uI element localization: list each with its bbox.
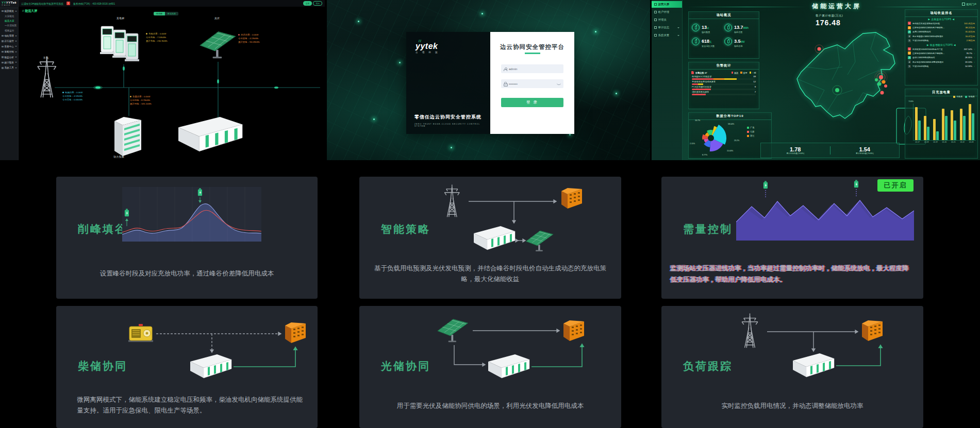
brand-name: yytek bbox=[416, 42, 439, 50]
login-button[interactable]: 登 录 bbox=[501, 98, 563, 107]
topbar-pill-fullscreen[interactable]: 全屏 bbox=[303, 1, 312, 6]
card-smart-strategy: 智能策略 基于负载用电预测及光伏发电预测，并结合峰谷时段电价自动生成动态的充放电… bbox=[359, 177, 621, 299]
sidebar-group[interactable]: 电站管理 bbox=[0, 33, 18, 38]
legend-item: 浙江 bbox=[747, 134, 754, 137]
alarm-row: 单体电池温度传感器异常12 bbox=[689, 80, 759, 85]
sidebar-group[interactable]: 运行监控 bbox=[0, 39, 18, 43]
dashboard-sidebar-item[interactable]: 租户管理 bbox=[652, 9, 682, 15]
ranking-row: 2江苏绿谷6MW/12MWh用户侧储能…78.7%↑ bbox=[905, 51, 977, 55]
ranking-row: 1余杭经济开发区储能电站(光储)101.45万元 bbox=[905, 21, 977, 25]
password-visibility-icon[interactable] bbox=[557, 83, 561, 85]
rose-label: 2.15% bbox=[690, 143, 695, 145]
rose-label: 23.2% bbox=[734, 140, 739, 142]
ranking-rows-growth: 1杭州临安100kW/200kWh电子厂区207.14%↑2江苏绿谷6MW/12… bbox=[905, 47, 977, 69]
username-value: admin bbox=[509, 67, 517, 71]
sidebar-group[interactable]: 告警中心 bbox=[0, 44, 18, 49]
legend-item: 广东 bbox=[747, 126, 754, 129]
topbar-pill-exit[interactable]: 退出 bbox=[313, 1, 322, 6]
ranking-rows-revenue: 1余杭经济开发区储能电站(光储)101.45万元2江苏绿谷6MW/12MWh用户… bbox=[905, 21, 977, 43]
ranking-section-1-title: ▶ 总收益排行TOP5 ◀ bbox=[905, 18, 977, 21]
login-tagline: 零信任边云协同安全管控系统 bbox=[414, 114, 481, 121]
sidebar-children: 大屏概览能流大屏一次接线图视频监控 bbox=[0, 13, 18, 33]
ranking-row: 3金华1.5MW智能储能电站28.35%↑ bbox=[905, 56, 977, 60]
daily-xlabels: 01.1701.1801.1901.2001.2101.2201.23 bbox=[913, 141, 976, 143]
password-field[interactable]: •••••••• bbox=[501, 79, 563, 88]
sidebar-group[interactable]: 策略控制 bbox=[0, 49, 18, 54]
sidebar-subitem[interactable]: 一次接线图 bbox=[0, 23, 18, 28]
login-title: 边云协同安全管控平台 bbox=[490, 43, 574, 51]
card-pv-storage: 光储协同 用于需要光伏及储能协同供电的场景，利用光伏发电降低用电成本 bbox=[359, 306, 621, 428]
stat-ring-icon bbox=[724, 38, 732, 45]
load-tracking-diagram bbox=[731, 310, 893, 390]
chevron-down-icon bbox=[15, 67, 17, 69]
rose-label: 8.77% bbox=[702, 154, 707, 156]
alarm-icon bbox=[691, 71, 694, 74]
rose-label: 58.04% bbox=[728, 123, 734, 125]
username-field[interactable]: admin bbox=[501, 64, 563, 73]
dashboard-sidebar-item[interactable]: 系统设置 bbox=[652, 32, 682, 39]
menu-icon bbox=[2, 51, 4, 53]
legend-item: 一般 bbox=[750, 72, 756, 74]
password-value: •••••••• bbox=[509, 82, 518, 85]
panel-site-ranking: 场站收益排名 ▶ 总收益排行TOP5 ◀ 1余杭经济开发区储能电站(光储)101… bbox=[905, 9, 978, 85]
panel-site-overview: 场站概况 13站场站数量 13.7MWh装机容量 618天安全运行天数 3.5M… bbox=[688, 11, 759, 59]
brand-logo: // yytek 云 涌 科 技 bbox=[416, 40, 439, 54]
dashboard-sidebar: 运营大屏租户管理管理员审计日志系统设置 bbox=[652, 0, 683, 160]
dashboard-sidebar-item[interactable]: 运营大屏 bbox=[652, 1, 682, 8]
alarm-bar bbox=[692, 94, 756, 95]
alarm-badge[interactable]: 1 bbox=[67, 2, 70, 5]
kpi-total-charge: 1.78 累计充电电量(万kWh) bbox=[761, 143, 830, 158]
sidebar-group-energy-overview[interactable]: 能源概览 bbox=[0, 9, 18, 13]
home-icon bbox=[2, 10, 4, 12]
header-line-left bbox=[688, 7, 806, 7]
daily-legend: 充电量放电量 bbox=[953, 95, 975, 98]
y-axis-ticks bbox=[907, 104, 911, 141]
card-desc: 用于需要光伏及储能协同供电的场景，利用光伏发电降低用电成本 bbox=[372, 401, 608, 412]
screenshot-dashboard: 运营大屏租户管理管理员审计日志系统设置 储能运营大屏 返回门户 客户累计收益(万… bbox=[652, 0, 980, 160]
card-title: 削峰填谷 bbox=[78, 222, 127, 236]
alarm-row: PCS交流侧过压告警9 bbox=[689, 85, 759, 90]
dashboard-sidebar-item[interactable]: 审计日志 bbox=[652, 24, 682, 31]
energy-flow-diagram bbox=[19, 7, 325, 160]
daily-bars bbox=[913, 104, 976, 141]
stat-ring-icon bbox=[692, 38, 700, 45]
card-load-tracking: 负荷跟踪 实时监控负载用电情况，并动态调整储能放电功率 bbox=[661, 306, 923, 428]
node-label-grid: 市电 bbox=[43, 56, 49, 59]
rose-chart bbox=[692, 118, 730, 158]
panel-title: 告警统计 bbox=[689, 63, 759, 70]
ranking-row: 3嘉善1.5MW储能电站31.42万元 bbox=[905, 30, 977, 34]
chevron-down-icon bbox=[15, 57, 17, 58]
sidebar-subitem[interactable]: 大屏概览 bbox=[0, 13, 18, 18]
rose-label: 15.63% bbox=[727, 150, 733, 152]
charger-stats: 充电功率：0.0kW 今日充电：7.59kWh 累计充电：230.9kWh bbox=[146, 32, 168, 43]
alarm-legend: 紧急重要一般 bbox=[732, 72, 756, 74]
chevron-down-icon bbox=[15, 46, 17, 47]
menu-icon bbox=[2, 56, 4, 58]
login-form-panel: 边云协同安全管控平台 admin •••••••• 登 录 bbox=[490, 32, 574, 134]
y-axis-unit: 万kWh bbox=[908, 100, 913, 102]
demand-chart bbox=[736, 180, 914, 241]
alarm-row: 电池簇SOC过低告警39 bbox=[689, 75, 759, 80]
stat-item: 618天安全运行天数 bbox=[692, 36, 723, 47]
legend-item: 充电量 bbox=[953, 95, 963, 98]
sidebar-subitem[interactable]: 能流大屏 bbox=[0, 19, 18, 23]
node-label-charger: 充电桩 bbox=[117, 16, 125, 20]
brand-subname: 云 涌 科 技 bbox=[416, 51, 439, 54]
title-underline bbox=[525, 53, 540, 54]
sidebar-group[interactable]: 统计报表 bbox=[0, 60, 18, 65]
stat-ring-icon bbox=[724, 24, 732, 31]
dashboard-sidebar-item[interactable]: 管理员 bbox=[652, 16, 682, 23]
sidebar-subitem[interactable]: 视频监控 bbox=[0, 28, 18, 33]
sidebar-group[interactable]: 系统工具 bbox=[0, 65, 18, 70]
chevron-down-icon bbox=[15, 41, 17, 42]
sidebar-group[interactable]: 数据分析 bbox=[0, 55, 18, 59]
login-card: // yytek 云 涌 科 技 零信任边云协同安全管控系统 ZERO TRUS… bbox=[406, 32, 574, 134]
ranking-row: 5宁波120kW储能柜2.98万元 bbox=[905, 39, 977, 43]
ranking-row: 4南京智造园0.5MW/1MWh储能项目16.47万元 bbox=[905, 34, 977, 38]
building-graphic bbox=[114, 117, 141, 156]
card-desc: 监测场站变压器进线功率，当功率超过需量控制功率时，储能系统放电，最大程度降低变压… bbox=[670, 263, 911, 286]
panel-distribution-top10: 数据分布TOP10 16.7% 58.04% 23.2% 15.63% 8.7 bbox=[688, 112, 772, 159]
exit-portal-link[interactable]: 返回门户 bbox=[962, 3, 976, 6]
legend-item: 放电量 bbox=[965, 95, 975, 98]
chevron-down-icon bbox=[15, 11, 17, 12]
